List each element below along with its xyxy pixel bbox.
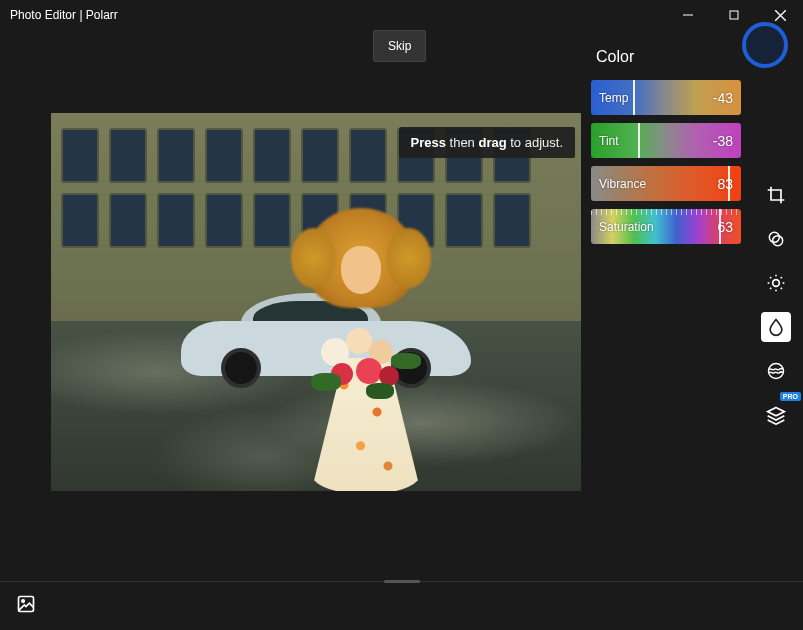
tutorial-tooltip: Press then drag to adjust. — [399, 127, 576, 158]
slider-vibrance-label: Vibrance — [599, 177, 646, 191]
photo-canvas[interactable]: Press then drag to adjust. — [51, 113, 581, 491]
svg-line-11 — [770, 277, 771, 278]
tooltip-word-then: then — [446, 135, 479, 150]
slider-saturation-handle[interactable] — [719, 209, 721, 244]
panel-title-color: Color — [596, 48, 634, 66]
slider-vibrance[interactable]: Vibrance 83 — [591, 166, 741, 201]
slider-tint-value: -38 — [713, 133, 733, 149]
window-titlebar: Photo Editor | Polarr — [0, 0, 803, 30]
layers-icon[interactable]: PRO — [761, 400, 791, 430]
color-sliders-group: Temp -43 Tint -38 Vibrance 83 Saturation… — [591, 80, 741, 244]
svg-line-12 — [781, 288, 782, 289]
svg-point-15 — [769, 364, 784, 379]
waves-icon[interactable] — [761, 356, 791, 386]
slider-tint-label: Tint — [599, 134, 619, 148]
slider-vibrance-value: 83 — [717, 176, 733, 192]
bottom-bar — [0, 582, 803, 630]
droplet-icon[interactable] — [761, 312, 791, 342]
window-title: Photo Editor | Polarr — [10, 8, 118, 22]
window-controls — [665, 0, 803, 30]
slider-temp[interactable]: Temp -43 — [591, 80, 741, 115]
right-tool-strip: PRO — [759, 180, 793, 430]
slider-vibrance-handle[interactable] — [728, 166, 730, 201]
slider-tint[interactable]: Tint -38 — [591, 123, 741, 158]
image-library-icon[interactable] — [16, 594, 36, 618]
svg-point-18 — [22, 600, 24, 603]
crop-icon[interactable] — [761, 180, 791, 210]
slider-tint-handle[interactable] — [638, 123, 640, 158]
maximize-button[interactable] — [711, 0, 757, 30]
svg-line-14 — [781, 277, 782, 278]
overlap-circles-icon[interactable] — [761, 224, 791, 254]
svg-line-13 — [770, 288, 771, 289]
tooltip-word-drag: drag — [478, 135, 506, 150]
photo-content — [51, 113, 581, 491]
svg-rect-1 — [730, 11, 738, 19]
tooltip-word-press: Press — [411, 135, 446, 150]
sun-icon[interactable] — [761, 268, 791, 298]
tooltip-word-rest: to adjust. — [507, 135, 563, 150]
pro-badge: PRO — [780, 392, 801, 401]
svg-marker-16 — [768, 408, 785, 416]
minimize-button[interactable] — [665, 0, 711, 30]
slider-temp-label: Temp — [599, 91, 628, 105]
color-accent-circle[interactable] — [742, 22, 788, 68]
slider-temp-value: -43 — [713, 90, 733, 106]
skip-button[interactable]: Skip — [373, 30, 426, 62]
slider-temp-handle[interactable] — [633, 80, 635, 115]
slider-saturation-label: Saturation — [599, 220, 654, 234]
slider-saturation[interactable]: Saturation 63 — [591, 209, 741, 244]
svg-point-6 — [773, 280, 780, 287]
